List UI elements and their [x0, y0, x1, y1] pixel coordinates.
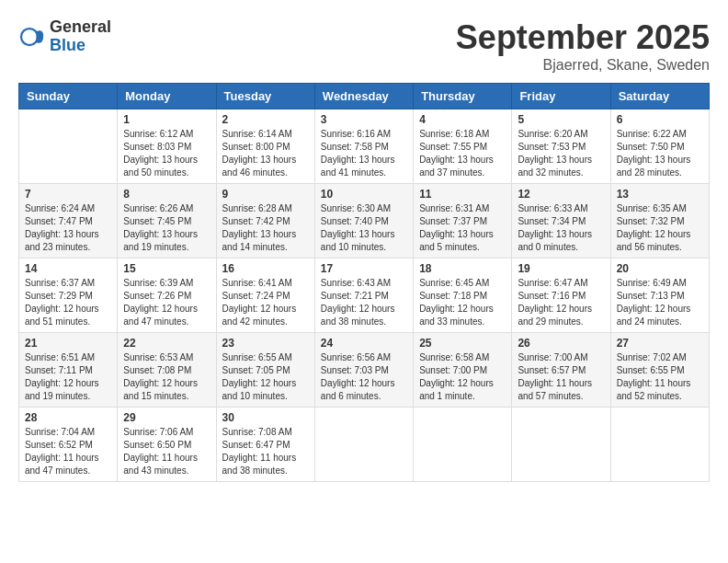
- calendar-cell: [414, 408, 512, 482]
- day-info: Sunrise: 6:12 AM Sunset: 8:03 PM Dayligh…: [123, 128, 210, 179]
- day-number: 19: [518, 262, 604, 275]
- calendar-cell: 27Sunrise: 7:02 AM Sunset: 6:55 PM Dayli…: [610, 333, 709, 408]
- day-number: 30: [222, 411, 309, 424]
- calendar-cell: 2Sunrise: 6:14 AM Sunset: 8:00 PM Daylig…: [216, 109, 314, 184]
- day-info: Sunrise: 6:26 AM Sunset: 7:45 PM Dayligh…: [123, 202, 210, 254]
- day-info: Sunrise: 6:20 AM Sunset: 7:53 PM Dayligh…: [518, 128, 604, 179]
- calendar-cell: 1Sunrise: 6:12 AM Sunset: 8:03 PM Daylig…: [118, 109, 216, 184]
- day-number: 4: [419, 113, 506, 126]
- day-number: 10: [321, 188, 407, 201]
- calendar-cell: 15Sunrise: 6:39 AM Sunset: 7:26 PM Dayli…: [118, 259, 216, 333]
- day-info: Sunrise: 7:06 AM Sunset: 6:50 PM Dayligh…: [123, 426, 210, 477]
- day-info: Sunrise: 6:37 AM Sunset: 7:29 PM Dayligh…: [25, 277, 111, 328]
- calendar-cell: [19, 109, 118, 184]
- calendar-cell: 30Sunrise: 7:08 AM Sunset: 6:47 PM Dayli…: [216, 408, 314, 482]
- calendar-week-row: 1Sunrise: 6:12 AM Sunset: 8:03 PM Daylig…: [19, 109, 710, 184]
- calendar-cell: 14Sunrise: 6:37 AM Sunset: 7:29 PM Dayli…: [19, 259, 118, 333]
- day-number: 6: [617, 113, 703, 126]
- day-number: 12: [518, 188, 604, 201]
- day-info: Sunrise: 6:16 AM Sunset: 7:58 PM Dayligh…: [321, 128, 407, 179]
- day-info: Sunrise: 6:24 AM Sunset: 7:47 PM Dayligh…: [25, 202, 111, 254]
- day-info: Sunrise: 6:35 AM Sunset: 7:32 PM Dayligh…: [617, 202, 703, 254]
- calendar-cell: 13Sunrise: 6:35 AM Sunset: 7:32 PM Dayli…: [610, 184, 709, 259]
- calendar-cell: 6Sunrise: 6:22 AM Sunset: 7:50 PM Daylig…: [610, 109, 709, 184]
- calendar-cell: 12Sunrise: 6:33 AM Sunset: 7:34 PM Dayli…: [512, 184, 610, 259]
- day-number: 25: [419, 337, 506, 350]
- day-number: 28: [25, 411, 111, 424]
- logo-general: General: [50, 18, 111, 37]
- day-number: 2: [222, 113, 309, 126]
- day-info: Sunrise: 6:43 AM Sunset: 7:21 PM Dayligh…: [321, 277, 407, 328]
- day-info: Sunrise: 6:14 AM Sunset: 8:00 PM Dayligh…: [222, 128, 309, 179]
- day-info: Sunrise: 6:47 AM Sunset: 7:16 PM Dayligh…: [518, 277, 604, 328]
- calendar-cell: 19Sunrise: 6:47 AM Sunset: 7:16 PM Dayli…: [512, 259, 610, 333]
- day-info: Sunrise: 6:28 AM Sunset: 7:42 PM Dayligh…: [222, 202, 309, 254]
- day-info: Sunrise: 6:45 AM Sunset: 7:18 PM Dayligh…: [419, 277, 506, 328]
- calendar-cell: [512, 408, 610, 482]
- calendar-header-saturday: Saturday: [610, 84, 709, 109]
- day-info: Sunrise: 6:22 AM Sunset: 7:50 PM Dayligh…: [617, 128, 703, 179]
- calendar-cell: [610, 408, 709, 482]
- day-number: 23: [222, 337, 309, 350]
- calendar-week-row: 14Sunrise: 6:37 AM Sunset: 7:29 PM Dayli…: [19, 259, 710, 333]
- calendar-cell: 28Sunrise: 7:04 AM Sunset: 6:52 PM Dayli…: [19, 408, 118, 482]
- calendar-cell: 9Sunrise: 6:28 AM Sunset: 7:42 PM Daylig…: [216, 184, 314, 259]
- day-number: 1: [123, 113, 210, 126]
- day-info: Sunrise: 7:08 AM Sunset: 6:47 PM Dayligh…: [222, 426, 309, 477]
- calendar-cell: 7Sunrise: 6:24 AM Sunset: 7:47 PM Daylig…: [19, 184, 118, 259]
- calendar-cell: 24Sunrise: 6:56 AM Sunset: 7:03 PM Dayli…: [314, 333, 413, 408]
- day-number: 24: [321, 337, 407, 350]
- day-info: Sunrise: 6:33 AM Sunset: 7:34 PM Dayligh…: [518, 202, 604, 254]
- day-info: Sunrise: 6:49 AM Sunset: 7:13 PM Dayligh…: [617, 277, 703, 328]
- day-info: Sunrise: 6:31 AM Sunset: 7:37 PM Dayligh…: [419, 202, 506, 254]
- day-number: 27: [617, 337, 703, 350]
- day-info: Sunrise: 6:58 AM Sunset: 7:00 PM Dayligh…: [419, 351, 506, 403]
- calendar-cell: 18Sunrise: 6:45 AM Sunset: 7:18 PM Dayli…: [414, 259, 512, 333]
- calendar-week-row: 7Sunrise: 6:24 AM Sunset: 7:47 PM Daylig…: [19, 184, 710, 259]
- calendar-cell: 4Sunrise: 6:18 AM Sunset: 7:55 PM Daylig…: [414, 109, 512, 184]
- day-number: 17: [321, 262, 407, 275]
- calendar-header-thursday: Thursday: [414, 84, 512, 109]
- calendar-week-row: 21Sunrise: 6:51 AM Sunset: 7:11 PM Dayli…: [19, 333, 710, 408]
- title-block: September 2025 Bjaerred, Skane, Sweden: [456, 18, 710, 74]
- day-info: Sunrise: 7:04 AM Sunset: 6:52 PM Dayligh…: [25, 426, 111, 477]
- logo-icon: [18, 23, 46, 51]
- day-number: 5: [518, 113, 604, 126]
- day-number: 16: [222, 262, 309, 275]
- day-number: 15: [123, 262, 210, 275]
- calendar-cell: 5Sunrise: 6:20 AM Sunset: 7:53 PM Daylig…: [512, 109, 610, 184]
- day-info: Sunrise: 6:51 AM Sunset: 7:11 PM Dayligh…: [25, 351, 111, 403]
- day-info: Sunrise: 6:55 AM Sunset: 7:05 PM Dayligh…: [222, 351, 309, 403]
- month-title: September 2025: [456, 18, 710, 57]
- day-info: Sunrise: 6:18 AM Sunset: 7:55 PM Dayligh…: [419, 128, 506, 179]
- day-number: 7: [25, 188, 111, 201]
- calendar-cell: 8Sunrise: 6:26 AM Sunset: 7:45 PM Daylig…: [118, 184, 216, 259]
- day-number: 14: [25, 262, 111, 275]
- calendar-header-friday: Friday: [512, 84, 610, 109]
- calendar-cell: 3Sunrise: 6:16 AM Sunset: 7:58 PM Daylig…: [314, 109, 413, 184]
- day-number: 18: [419, 262, 506, 275]
- logo-blue: Blue: [50, 37, 111, 55]
- day-number: 20: [617, 262, 703, 275]
- day-number: 11: [419, 188, 506, 201]
- day-info: Sunrise: 6:56 AM Sunset: 7:03 PM Dayligh…: [321, 351, 407, 403]
- calendar-cell: 10Sunrise: 6:30 AM Sunset: 7:40 PM Dayli…: [314, 184, 413, 259]
- svg-point-0: [21, 29, 38, 45]
- day-number: 29: [123, 411, 210, 424]
- calendar-cell: 26Sunrise: 7:00 AM Sunset: 6:57 PM Dayli…: [512, 333, 610, 408]
- calendar-cell: 16Sunrise: 6:41 AM Sunset: 7:24 PM Dayli…: [216, 259, 314, 333]
- day-info: Sunrise: 6:39 AM Sunset: 7:26 PM Dayligh…: [123, 277, 210, 328]
- calendar-cell: 29Sunrise: 7:06 AM Sunset: 6:50 PM Dayli…: [118, 408, 216, 482]
- calendar-cell: 17Sunrise: 6:43 AM Sunset: 7:21 PM Dayli…: [314, 259, 413, 333]
- logo: General Blue: [18, 18, 111, 55]
- day-info: Sunrise: 7:00 AM Sunset: 6:57 PM Dayligh…: [518, 351, 604, 403]
- calendar-header-tuesday: Tuesday: [216, 84, 314, 109]
- calendar-week-row: 28Sunrise: 7:04 AM Sunset: 6:52 PM Dayli…: [19, 408, 710, 482]
- calendar-cell: 21Sunrise: 6:51 AM Sunset: 7:11 PM Dayli…: [19, 333, 118, 408]
- day-info: Sunrise: 7:02 AM Sunset: 6:55 PM Dayligh…: [617, 351, 703, 403]
- calendar-cell: 25Sunrise: 6:58 AM Sunset: 7:00 PM Dayli…: [414, 333, 512, 408]
- day-number: 8: [123, 188, 210, 201]
- day-info: Sunrise: 6:30 AM Sunset: 7:40 PM Dayligh…: [321, 202, 407, 254]
- calendar-cell: 11Sunrise: 6:31 AM Sunset: 7:37 PM Dayli…: [414, 184, 512, 259]
- calendar-cell: 23Sunrise: 6:55 AM Sunset: 7:05 PM Dayli…: [216, 333, 314, 408]
